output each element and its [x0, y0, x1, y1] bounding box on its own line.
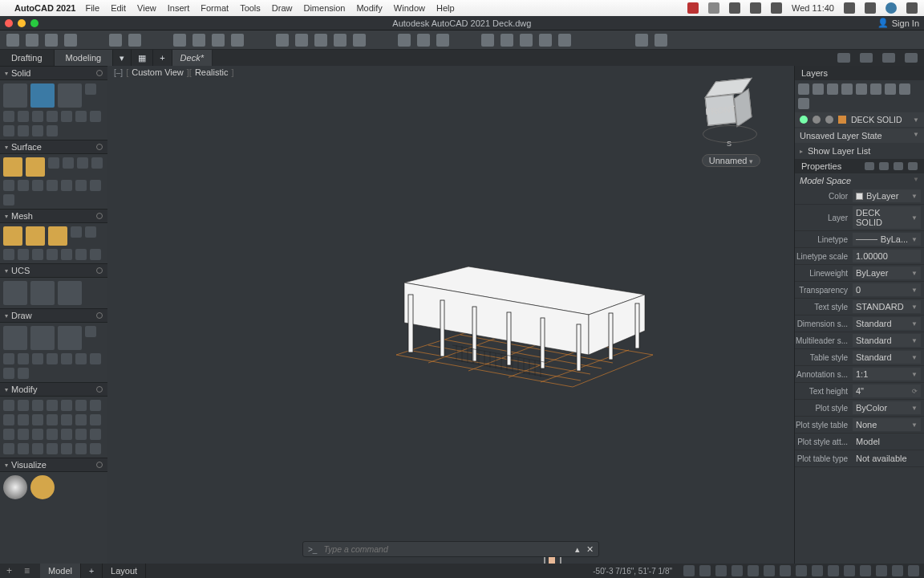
- mesh-sm-3[interactable]: [3, 249, 14, 260]
- layerstate-button[interactable]: [520, 34, 533, 47]
- status-3dosnap-icon[interactable]: [764, 565, 775, 576]
- status-customize-icon[interactable]: [908, 565, 919, 576]
- mesh-tool-2[interactable]: [26, 226, 45, 246]
- mod-sm-14[interactable]: [90, 414, 101, 425]
- menubar-clock[interactable]: Wed 11:40: [792, 3, 834, 13]
- layer-props-icon[interactable]: [798, 98, 809, 109]
- surf-sm-3[interactable]: [77, 157, 88, 169]
- mod-sm-25[interactable]: [47, 443, 58, 454]
- cmdline-recent-icon[interactable]: ▴: [575, 544, 580, 555]
- batch-plot-button[interactable]: [212, 34, 225, 47]
- print-button[interactable]: [173, 34, 186, 47]
- workspace-grid-icon[interactable]: ▦: [132, 50, 153, 66]
- mod-sm-10[interactable]: [32, 414, 43, 425]
- mod-sm-8[interactable]: [3, 414, 14, 425]
- solid-sm-11[interactable]: [32, 125, 43, 136]
- ucs-rotate-tool[interactable]: [30, 281, 55, 305]
- mesh-tool-3[interactable]: [48, 226, 67, 246]
- surf-sm-7[interactable]: [32, 180, 43, 191]
- status-annoscale-icon[interactable]: [876, 565, 887, 576]
- draw-sm-10[interactable]: [18, 368, 29, 379]
- draw-sm-7[interactable]: [75, 353, 87, 364]
- viewcube-right-face[interactable]: [734, 88, 752, 127]
- zoom-window-button[interactable]: [30, 19, 38, 27]
- mod-sm-13[interactable]: [75, 414, 87, 425]
- status-polar-icon[interactable]: [732, 565, 743, 576]
- cmdline-settings-icon[interactable]: ✕: [586, 544, 594, 555]
- current-layer-dropdown[interactable]: DECK SOLID ▼: [795, 112, 924, 127]
- viewcube-front-face[interactable]: FRONT: [705, 94, 737, 126]
- solid-sm-6[interactable]: [61, 111, 72, 122]
- palette-header-solid[interactable]: Solid: [0, 66, 107, 80]
- menu-edit[interactable]: Edit: [111, 3, 126, 13]
- layer-lock-icon[interactable]: [827, 83, 838, 95]
- surf-sm-9[interactable]: [61, 180, 72, 191]
- menu-file[interactable]: File: [85, 3, 99, 13]
- mod-sm-23[interactable]: [18, 443, 29, 454]
- layerprops-button[interactable]: [500, 34, 513, 47]
- spotlight-icon[interactable]: [844, 2, 855, 14]
- layer-walk-icon[interactable]: [899, 83, 910, 95]
- menu-format[interactable]: Format: [201, 3, 229, 13]
- solid-sm-4[interactable]: [32, 111, 43, 122]
- mesh-sm-9[interactable]: [90, 249, 101, 260]
- prop-color-value[interactable]: ByLayer▼: [853, 189, 921, 202]
- prop-theight-value[interactable]: 4"⟳: [853, 385, 921, 397]
- surf-sm-4[interactable]: [91, 157, 103, 169]
- show-layer-list-toggle[interactable]: Show Layer List: [795, 143, 924, 159]
- mod-sm-26[interactable]: [61, 443, 72, 454]
- prop-pstable-value[interactable]: None▼: [853, 418, 921, 431]
- draw-sm-4[interactable]: [32, 353, 43, 364]
- prop-dstyle-value[interactable]: Standard▼: [853, 317, 921, 330]
- mod-sm-6[interactable]: [75, 400, 87, 411]
- mod-sm-17[interactable]: [32, 429, 43, 440]
- panel-toggle-3[interactable]: [882, 53, 895, 63]
- control-center-icon[interactable]: [865, 2, 876, 14]
- model-tab[interactable]: Model: [40, 564, 81, 578]
- prop-pstyle-value[interactable]: ByColor▼: [853, 401, 921, 414]
- line-tool[interactable]: [3, 326, 27, 350]
- menu-tools[interactable]: Tools: [240, 3, 261, 13]
- visual-style-badge[interactable]: Unnamed ▾: [702, 154, 760, 167]
- solid-sm-2[interactable]: [3, 111, 14, 122]
- prop-mlstyle-value[interactable]: Standard▼: [853, 334, 921, 347]
- layer-match-icon[interactable]: [870, 83, 881, 95]
- publish-button[interactable]: [231, 34, 244, 47]
- layeriso-button[interactable]: [539, 34, 552, 47]
- draw-sm-3[interactable]: [18, 353, 29, 364]
- materials-button[interactable]: [654, 34, 667, 47]
- mod-sm-5[interactable]: [61, 400, 72, 411]
- palette-header-mesh[interactable]: Mesh: [0, 209, 107, 223]
- layer-off-icon[interactable]: [798, 83, 809, 95]
- layer-uniso-icon[interactable]: [856, 83, 867, 95]
- surf-sm-8[interactable]: [47, 180, 58, 191]
- surf-sm-12[interactable]: [3, 194, 14, 206]
- layer-state-dropdown[interactable]: Unsaved Layer State ▼: [795, 128, 924, 143]
- mod-sm-1[interactable]: [3, 400, 14, 411]
- drawing-viewport[interactable]: [–][Custom View][Realistic] FRONT S Unna…: [107, 66, 794, 564]
- status-grid-icon[interactable]: [683, 565, 695, 576]
- solid-sm-1[interactable]: [85, 83, 96, 95]
- prop-transp-value[interactable]: 0▼: [853, 283, 921, 296]
- solid-sm-8[interactable]: [90, 111, 101, 122]
- surf-tool-2[interactable]: [26, 157, 45, 177]
- layout-add-tab[interactable]: +: [81, 564, 103, 578]
- layers-button[interactable]: [481, 34, 494, 47]
- minimize-window-button[interactable]: [18, 19, 26, 27]
- palette-header-draw[interactable]: Draw: [0, 308, 107, 323]
- appname[interactable]: AutoCAD 2021: [14, 3, 75, 13]
- solid-sm-5[interactable]: [47, 111, 58, 122]
- mesh-sm-1[interactable]: [71, 226, 82, 238]
- solid-sm-7[interactable]: [75, 111, 87, 122]
- cut-button[interactable]: [276, 34, 289, 47]
- xref-button[interactable]: [558, 34, 571, 47]
- document-tab-deck[interactable]: Deck*: [172, 50, 213, 66]
- saveall-button[interactable]: [64, 34, 77, 47]
- ucs-world-tool[interactable]: [3, 281, 27, 305]
- copy-button[interactable]: [295, 34, 308, 47]
- props-toggle-3[interactable]: [894, 162, 903, 170]
- mesh-tool-1[interactable]: [3, 226, 22, 246]
- wifi-icon[interactable]: [708, 2, 719, 14]
- mod-sm-16[interactable]: [18, 429, 29, 440]
- mod-sm-9[interactable]: [18, 414, 29, 425]
